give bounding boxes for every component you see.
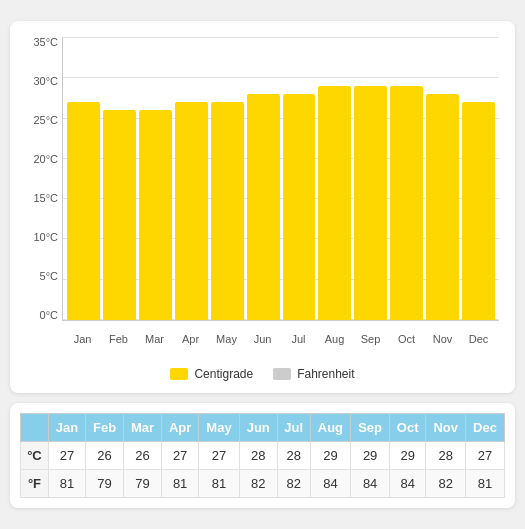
bar-oct xyxy=(390,86,423,320)
x-axis-label: Jun xyxy=(246,333,279,345)
table-header-jan: Jan xyxy=(48,414,85,442)
fahrenheit-oct: 84 xyxy=(390,470,426,498)
bar-apr xyxy=(175,102,208,320)
table-header-empty xyxy=(21,414,49,442)
fahrenheit-may: 81 xyxy=(199,470,240,498)
table-header-oct: Oct xyxy=(390,414,426,442)
table-header-mar: Mar xyxy=(124,414,162,442)
bar-group xyxy=(175,37,208,320)
x-axis-label: Jul xyxy=(282,333,315,345)
bar-nov xyxy=(426,94,459,320)
y-axis-label: 25°C xyxy=(26,115,62,126)
x-axis-label: Nov xyxy=(426,333,459,345)
x-axis-label: Dec xyxy=(462,333,495,345)
fahrenheit-nov: 82 xyxy=(426,470,466,498)
y-axis: 0°C5°C10°C15°C20°C25°C30°C35°C xyxy=(26,37,62,321)
y-axis-label: 20°C xyxy=(26,154,62,165)
y-axis-label: 0°C xyxy=(26,310,62,321)
temperature-table: JanFebMarAprMayJunJulAugSepOctNovDec °C2… xyxy=(20,413,505,498)
y-axis-label: 10°C xyxy=(26,232,62,243)
bar-jan xyxy=(67,102,100,320)
bar-mar xyxy=(139,110,172,320)
celsius-mar: 26 xyxy=(124,442,162,470)
celsius-sep: 29 xyxy=(351,442,390,470)
celsius-feb: 26 xyxy=(86,442,124,470)
table-header-feb: Feb xyxy=(86,414,124,442)
table-header-dec: Dec xyxy=(466,414,505,442)
bar-sep xyxy=(354,86,387,320)
celsius-oct: 29 xyxy=(390,442,426,470)
table-header-apr: Apr xyxy=(162,414,199,442)
legend: Centigrade Fahrenheit xyxy=(26,367,499,381)
table-header-jun: Jun xyxy=(239,414,277,442)
table-header-nov: Nov xyxy=(426,414,466,442)
bar-dec xyxy=(462,102,495,320)
celsius-may: 27 xyxy=(199,442,240,470)
celsius-jul: 28 xyxy=(277,442,310,470)
y-axis-label: 30°C xyxy=(26,76,62,87)
bar-aug xyxy=(318,86,351,320)
bar-group xyxy=(139,37,172,320)
x-labels: JanFebMarAprMayJunJulAugSepOctNovDec xyxy=(62,321,499,357)
x-axis-label: Sep xyxy=(354,333,387,345)
celsius-jan: 27 xyxy=(48,442,85,470)
bar-feb xyxy=(103,110,136,320)
table-header-may: May xyxy=(199,414,240,442)
data-table-card: JanFebMarAprMayJunJulAugSepOctNovDec °C2… xyxy=(10,403,515,508)
x-axis-label: Feb xyxy=(102,333,135,345)
y-axis-label: 35°C xyxy=(26,37,62,48)
bars-container xyxy=(63,37,499,320)
legend-fahrenheit: Fahrenheit xyxy=(273,367,354,381)
x-axis-label: Mar xyxy=(138,333,171,345)
bar-group xyxy=(426,37,459,320)
y-axis-label: 5°C xyxy=(26,271,62,282)
bar-group xyxy=(67,37,100,320)
bar-group xyxy=(283,37,316,320)
table-header-jul: Jul xyxy=(277,414,310,442)
fahrenheit-sep: 84 xyxy=(351,470,390,498)
table-header-aug: Aug xyxy=(310,414,351,442)
table-header-sep: Sep xyxy=(351,414,390,442)
celsius-nov: 28 xyxy=(426,442,466,470)
bar-group xyxy=(390,37,423,320)
fahrenheit-dec: 81 xyxy=(466,470,505,498)
fahrenheit-label: Fahrenheit xyxy=(297,367,354,381)
celsius-aug: 29 xyxy=(310,442,351,470)
x-axis-label: Apr xyxy=(174,333,207,345)
x-axis-label: Aug xyxy=(318,333,351,345)
centigrade-swatch xyxy=(170,368,188,380)
fahrenheit-row-label: °F xyxy=(21,470,49,498)
chart-inner xyxy=(62,37,499,321)
fahrenheit-feb: 79 xyxy=(86,470,124,498)
bar-may xyxy=(211,102,244,320)
bar-jul xyxy=(283,94,316,320)
celsius-jun: 28 xyxy=(239,442,277,470)
celsius-apr: 27 xyxy=(162,442,199,470)
fahrenheit-jul: 82 xyxy=(277,470,310,498)
bar-group xyxy=(211,37,244,320)
fahrenheit-swatch xyxy=(273,368,291,380)
fahrenheit-jun: 82 xyxy=(239,470,277,498)
bar-group xyxy=(462,37,495,320)
centigrade-label: Centigrade xyxy=(194,367,253,381)
chart-card: 0°C5°C10°C15°C20°C25°C30°C35°C JanFebMar… xyxy=(10,21,515,393)
bar-group xyxy=(354,37,387,320)
fahrenheit-jan: 81 xyxy=(48,470,85,498)
bar-jun xyxy=(247,94,280,320)
bar-group xyxy=(318,37,351,320)
bar-group xyxy=(247,37,280,320)
fahrenheit-aug: 84 xyxy=(310,470,351,498)
legend-centigrade: Centigrade xyxy=(170,367,253,381)
bar-group xyxy=(103,37,136,320)
chart-area: 0°C5°C10°C15°C20°C25°C30°C35°C JanFebMar… xyxy=(26,37,499,357)
fahrenheit-apr: 81 xyxy=(162,470,199,498)
celsius-dec: 27 xyxy=(466,442,505,470)
x-axis-label: Oct xyxy=(390,333,423,345)
x-axis-label: Jan xyxy=(66,333,99,345)
celsius-row-label: °C xyxy=(21,442,49,470)
x-axis-label: May xyxy=(210,333,243,345)
fahrenheit-mar: 79 xyxy=(124,470,162,498)
y-axis-label: 15°C xyxy=(26,193,62,204)
